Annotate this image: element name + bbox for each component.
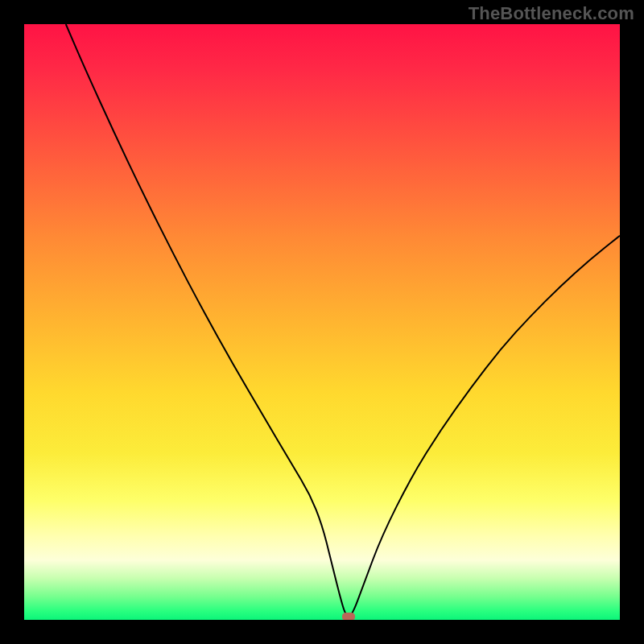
watermark-text: TheBottleneck.com bbox=[469, 3, 634, 24]
bottleneck-curve bbox=[66, 24, 620, 617]
optimum-marker bbox=[342, 613, 355, 620]
curve-layer bbox=[24, 24, 620, 620]
plot-area bbox=[24, 24, 620, 620]
chart-frame: TheBottleneck.com bbox=[0, 0, 644, 644]
